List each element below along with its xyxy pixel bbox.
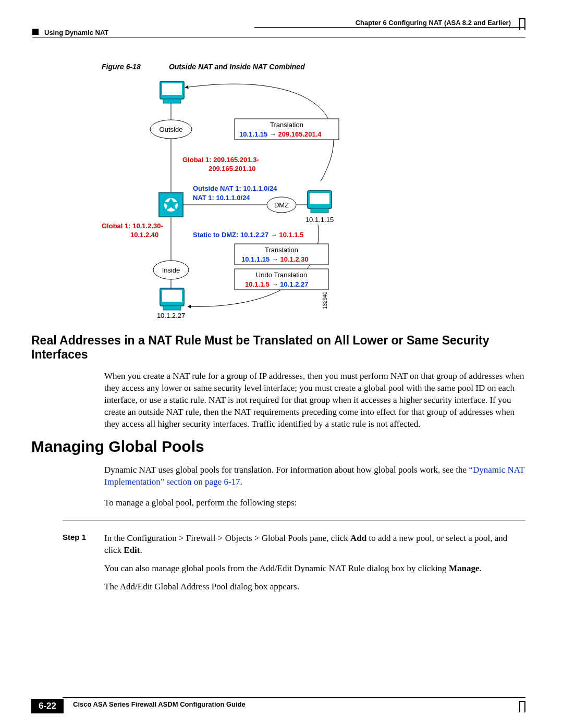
- cloud-outside-label: Outside: [160, 126, 183, 133]
- nat-1: NAT 1: 10.1.1.0/24: [193, 194, 250, 202]
- subsection-paragraph: When you create a NAT rule for a group o…: [104, 371, 525, 430]
- para-instructions: To manage a global pool, perform the fol…: [104, 497, 525, 509]
- global-1-inside-b: 10.1.2.40: [130, 231, 158, 239]
- svg-rect-21: [163, 306, 181, 310]
- page-number: 6-22: [31, 699, 64, 713]
- svg-rect-14: [311, 208, 328, 213]
- svg-text:10.1.1.15
         → 
        : 10.1.1.15 → 10.1.2.30: [241, 255, 309, 263]
- computer-outside-icon: [160, 81, 184, 103]
- svg-text:10.1.1.15
         → 
        : 10.1.1.15 → 209.165.201.4: [239, 130, 322, 138]
- section-managing-global-pools: Managing Global Pools Dynamic NAT uses g…: [31, 438, 525, 593]
- trans1-src: 10.1.1.15: [239, 130, 267, 138]
- svg-rect-20: [162, 290, 182, 302]
- svg-rect-1: [162, 83, 182, 95]
- crop-mark: [519, 701, 525, 702]
- step-1: Step 1 In the Configuration > Firewall >…: [63, 533, 525, 593]
- para-intro-b: .: [240, 477, 242, 487]
- computer-inside-icon: [160, 288, 184, 310]
- step-1-label: Step 1: [63, 533, 104, 593]
- svg-text:Static to DMZ: 10.1.2.27
     : Static to DMZ: 10.1.2.27 → 10.1.1.5: [193, 231, 303, 239]
- page: Chapter 6 Configuring NAT (ASA 8.2 and E…: [0, 0, 563, 728]
- figure-title: Outside NAT and Inside NAT Combined: [169, 63, 305, 71]
- dmz-ip: 10.1.1.15: [305, 216, 334, 224]
- global-1-outside-b: 209.165.201.10: [209, 165, 255, 172]
- trans1-dst: 209.165.201.4: [278, 130, 322, 138]
- undo-dst: 10.1.2.27: [280, 280, 308, 288]
- outside-nat-1: Outside NAT 1: 10.1.1.0/24: [193, 184, 277, 192]
- firewall-icon: [159, 193, 183, 217]
- translation-label-2: Translation: [265, 246, 298, 254]
- header-chapter: Chapter 6 Configuring NAT (ASA 8.2 and E…: [356, 19, 511, 27]
- trans2-src: 10.1.1.15: [241, 255, 270, 263]
- svg-rect-2: [163, 99, 181, 103]
- section-heading: Managing Global Pools: [31, 438, 525, 455]
- static-dmz-a: Static to DMZ: 10.1.2.27: [193, 231, 268, 239]
- para-intro: Dynamic NAT uses global pools for transl…: [104, 464, 525, 488]
- image-id: 132940: [322, 291, 328, 309]
- crop-mark: [519, 18, 525, 19]
- step-divider: [63, 521, 525, 521]
- global-1-inside-a: Global 1: 10.1.2.30-: [102, 222, 163, 230]
- crop-mark: [524, 701, 525, 712]
- figure-number: Figure 6-18: [102, 63, 167, 71]
- trans2-dst: 10.1.2.30: [280, 255, 308, 263]
- cloud-dmz-label: DMZ: [274, 201, 289, 209]
- header-rule: [32, 38, 525, 38]
- figure-caption: Figure 6-18 Outside NAT and Inside NAT C…: [102, 63, 435, 71]
- crop-mark: [519, 18, 520, 30]
- svg-rect-13: [310, 193, 329, 204]
- footer-guide-title: Cisco ASA Series Firewall ASDM Configura…: [73, 700, 246, 708]
- subsection-heading: Real Addresses in a NAT Rule Must be Tra…: [31, 334, 525, 362]
- figure-6-18: Figure 6-18 Outside NAT and Inside NAT C…: [102, 63, 435, 313]
- svg-text:10.1.1.5
         → 
        1: 10.1.1.5 → 10.1.2.27: [245, 280, 308, 288]
- footer-rule: [63, 697, 525, 698]
- header-short-rule: [254, 27, 525, 28]
- nat-diagram: Outside Translation 10.1.1.15 → 209.165.…: [102, 77, 435, 322]
- section-real-addresses: Real Addresses in a NAT Rule Must be Tra…: [31, 334, 525, 439]
- cloud-outside-icon: Outside: [150, 120, 192, 139]
- cloud-inside-label: Inside: [162, 266, 180, 274]
- header-section: Using Dynamic NAT: [44, 29, 108, 36]
- header-marker-square: [32, 29, 39, 35]
- crop-mark: [519, 701, 520, 712]
- translation-label-1: Translation: [270, 121, 303, 129]
- inside-ip: 10.1.2.27: [157, 312, 185, 319]
- crop-mark: [524, 18, 525, 30]
- para-intro-a: Dynamic NAT uses global pools for transl…: [104, 465, 469, 475]
- static-dmz-b: 10.1.1.5: [279, 231, 303, 239]
- global-1-outside-a: Global 1: 209.165.201.3-: [182, 156, 259, 164]
- undo-translation-label: Undo Translation: [256, 271, 307, 279]
- undo-src: 10.1.1.5: [245, 280, 270, 288]
- step-1-body: In the Configuration > Firewall > Object…: [104, 533, 525, 593]
- computer-dmz-icon: [308, 191, 332, 213]
